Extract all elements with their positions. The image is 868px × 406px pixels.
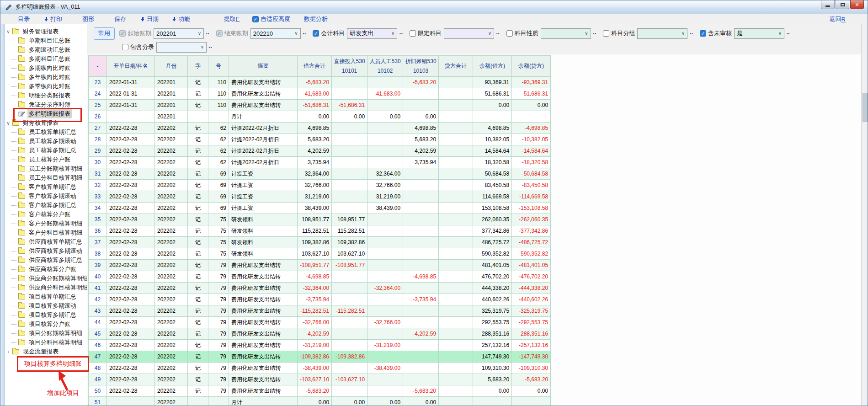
table-cell[interactable]: -4,698.85	[403, 271, 439, 283]
table-cell[interactable]: -50,684.58	[512, 168, 551, 180]
table-cell[interactable]	[403, 374, 439, 385]
table-cell[interactable]	[332, 168, 367, 180]
table-cell[interactable]: 79	[208, 271, 229, 283]
table-cell[interactable]: 记	[188, 214, 208, 225]
table-cell[interactable]: 记	[188, 237, 208, 248]
table-cell[interactable]: -325,319.75	[512, 305, 551, 317]
table-cell[interactable]: 费用化研发支出结转	[229, 317, 298, 328]
table-cell[interactable]: -31,219.00	[367, 340, 403, 351]
table-cell[interactable]: 0.00	[332, 111, 367, 123]
table-cell[interactable]: -51,686.31	[512, 88, 551, 100]
row-number-cell[interactable]: 25	[89, 100, 107, 111]
table-cell[interactable]: 2022-02-28	[107, 225, 155, 237]
table-cell[interactable]	[332, 203, 367, 214]
row-number-cell[interactable]: 45	[89, 328, 107, 340]
table-cell[interactable]: 75	[208, 237, 229, 248]
table-cell[interactable]: -83,450.58	[512, 180, 551, 191]
table-cell[interactable]: -444,338.20	[512, 283, 551, 294]
table-cell[interactable]: 202202	[155, 191, 188, 203]
range-dots[interactable]: ▪▪	[690, 32, 693, 36]
table-cell[interactable]: 75	[208, 248, 229, 260]
table-cell[interactable]: 月计	[229, 111, 298, 123]
table-cell[interactable]	[403, 317, 439, 328]
row-number-cell[interactable]: 51	[89, 397, 107, 406]
table-cell[interactable]: 109,382.86	[298, 237, 332, 248]
table-cell[interactable]: 79	[208, 385, 229, 397]
table-cell[interactable]	[439, 305, 473, 317]
table-cell[interactable]: 2022-02-28	[107, 168, 155, 180]
table-cell[interactable]: 费用化研发支出结转	[229, 385, 298, 397]
table-cell[interactable]: -51,686.31	[298, 100, 332, 111]
table-cell[interactable]: 79	[208, 351, 229, 363]
row-number-cell[interactable]: 43	[89, 305, 107, 317]
checkbox-checked-icon[interactable]: ✓	[119, 30, 126, 37]
table-cell[interactable]: 0.00	[473, 385, 512, 397]
table-cell[interactable]: 4,698.85	[298, 123, 332, 134]
table-cell[interactable]	[439, 260, 473, 271]
table-cell[interactable]: -41,683.00	[298, 88, 332, 100]
table-cell[interactable]: 32,766.00	[298, 180, 332, 191]
table-cell[interactable]: -93,369.31	[512, 77, 551, 88]
table-cell[interactable]	[439, 237, 473, 248]
table-cell[interactable]: 62	[208, 145, 229, 157]
table-cell[interactable]: 115,282.51	[298, 225, 332, 237]
table-cell[interactable]: 计提2022-02月折旧	[229, 145, 298, 157]
table-cell[interactable]: 202202	[155, 237, 188, 248]
range-dots[interactable]: ▪▪	[206, 32, 210, 36]
checkbox-checked-icon[interactable]: ✓	[252, 16, 259, 22]
table-cell[interactable]: -257,132.16	[512, 340, 551, 351]
table-cell[interactable]: 记	[188, 294, 208, 305]
table-cell[interactable]	[367, 100, 403, 111]
table-cell[interactable]: 研发领料	[229, 225, 298, 237]
table-cell[interactable]: 费用化研发支出结转	[229, 88, 298, 100]
column-header[interactable]: 余额(借方)	[473, 56, 512, 77]
table-cell[interactable]	[332, 385, 367, 397]
table-cell[interactable]: -10,382.05	[512, 134, 551, 145]
table-cell[interactable]: 2022-02-28	[107, 260, 155, 271]
table-cell[interactable]	[439, 77, 473, 88]
table-cell[interactable]	[439, 248, 473, 260]
table-cell[interactable]: 292,553.75	[473, 317, 512, 328]
table-cell[interactable]: 费用化研发支出结转	[229, 260, 298, 271]
filter-select-account-subject-select[interactable]: 研发支出∨	[347, 28, 397, 39]
table-cell[interactable]: 记	[188, 225, 208, 237]
table-cell[interactable]: 202201	[155, 77, 188, 88]
table-cell[interactable]: 202201	[155, 111, 188, 123]
tree-item[interactable]: 项目核算分户账	[5, 320, 87, 329]
table-cell[interactable]	[367, 248, 403, 260]
table-cell[interactable]: 2022-02-28	[107, 385, 155, 397]
tree-item[interactable]: 员工分科目核算明细	[5, 173, 87, 182]
toolbar-save[interactable]: 保存	[114, 15, 126, 23]
tree-item[interactable]: 供应商核算多期滚动	[5, 246, 87, 256]
row-number-cell[interactable]: 34	[89, 203, 107, 214]
table-cell[interactable]: 2022-02-28	[107, 123, 155, 134]
table-cell[interactable]	[439, 203, 473, 214]
table-cell[interactable]: 103,627.10	[298, 248, 332, 260]
table-cell[interactable]: -3,735.94	[298, 294, 332, 305]
table-cell[interactable]	[473, 111, 512, 123]
table-cell[interactable]: -103,627.10	[332, 374, 367, 385]
row-number-cell[interactable]: 40	[89, 271, 107, 283]
table-cell[interactable]: 153,108.58	[473, 203, 512, 214]
row-number-cell[interactable]: 38	[89, 248, 107, 260]
table-cell[interactable]: -5,683.20	[298, 77, 332, 88]
table-cell[interactable]	[188, 111, 208, 123]
tree-item[interactable]: ∨财务管理报表	[5, 27, 87, 36]
table-cell[interactable]: 590,352.82	[473, 248, 512, 260]
table-cell[interactable]: 202202	[155, 180, 188, 191]
table-cell[interactable]: 费用化研发支出结转	[229, 305, 298, 317]
table-cell[interactable]: 0.00	[512, 385, 551, 397]
tree-item[interactable]: 多期科目汇总账	[5, 54, 87, 64]
table-cell[interactable]	[332, 88, 367, 100]
table-cell[interactable]	[439, 168, 473, 180]
tree-item[interactable]: 供应商核算单期汇总	[5, 237, 87, 246]
table-cell[interactable]: 108,951.77	[298, 214, 332, 225]
tree-item[interactable]: 员工核算单期汇总	[5, 128, 87, 137]
table-cell[interactable]: 计提工资	[229, 203, 298, 214]
table-cell[interactable]	[403, 305, 439, 317]
table-cell[interactable]: 202202	[155, 214, 188, 225]
table-cell[interactable]: -32,364.00	[367, 283, 403, 294]
table-cell[interactable]	[332, 283, 367, 294]
filter-check-account-subject[interactable]: ✓会计科目	[313, 29, 345, 37]
table-cell[interactable]: 2022-01-31	[107, 77, 155, 88]
